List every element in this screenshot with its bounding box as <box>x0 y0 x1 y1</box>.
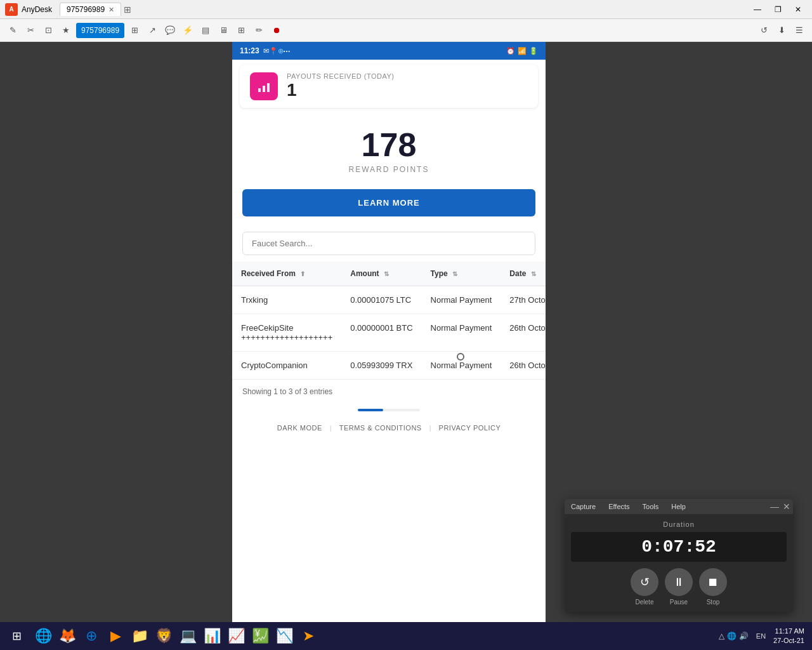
taskbar-icons: 🌐 🦊 ⊕ ▶ 📁 🦁 💻 📊 📈 💹 📉 ➤ <box>32 625 320 647</box>
toolbar-icon-5[interactable]: ⊞ <box>127 23 142 38</box>
download-icon[interactable]: ⬇ <box>774 23 789 38</box>
status-dots: ••• <box>284 48 291 54</box>
col-type[interactable]: Type ⇅ <box>422 262 501 286</box>
start-button[interactable]: ⊞ <box>3 625 30 647</box>
history-icon[interactable]: ↺ <box>756 23 771 38</box>
table-row: CryptoCompanion 0.05993099 TRX Normal Pa… <box>232 352 546 380</box>
toolbar-icon-3[interactable]: ⊡ <box>41 23 56 38</box>
app-icon: ⊕ <box>278 47 284 55</box>
cell-amount-1: 0.00000001 BTC <box>341 314 421 352</box>
wifi-icon: 📶 <box>518 47 527 55</box>
toolbar-tab-active[interactable]: 975796989 <box>76 23 124 38</box>
pause-icon[interactable]: ⏸ <box>665 568 693 596</box>
cell-source-0: Trxking <box>232 286 341 314</box>
maximize-button[interactable]: ❐ <box>769 3 787 17</box>
reward-section: 178 REWARD POINTS <box>232 113 546 180</box>
sort-icon-amount: ⇅ <box>384 270 389 277</box>
cell-source-2: CryptoCompanion <box>232 352 341 380</box>
showing-entries: Showing 1 to 3 of 3 entries <box>232 380 546 404</box>
new-tab-icon[interactable]: ⊞ <box>124 4 131 15</box>
taskbar-brave-icon[interactable]: 🦁 <box>152 625 175 647</box>
network-icon[interactable]: 🌐 <box>727 632 737 640</box>
sort-icon-date: ⇅ <box>531 270 536 277</box>
taskbar-ie-icon[interactable]: 🌐 <box>32 625 55 647</box>
battery-icon: 🔋 <box>529 47 538 55</box>
capture-close-button[interactable]: ✕ <box>783 501 790 512</box>
learn-more-button[interactable]: LEARN MORE <box>242 189 535 216</box>
clock-date: 27-Oct-21 <box>773 636 804 646</box>
taskbar-fox-icon[interactable]: 🦊 <box>56 625 79 647</box>
privacy-link[interactable]: PRIVACY POLICY <box>439 424 501 432</box>
tab-close-icon[interactable]: ✕ <box>108 6 114 14</box>
anydesk-titlebar: A AnyDesk 975796989 ✕ ⊞ — ❐ ✕ <box>0 0 812 19</box>
taskbar-anydesk-icon[interactable]: 💻 <box>176 625 199 647</box>
col-date[interactable]: Date ⇅ <box>501 262 546 286</box>
capture-menu-help[interactable]: Help <box>665 499 692 514</box>
cell-source-1: FreeCekipSite +++++++++++++++++++ <box>232 314 341 352</box>
capture-menu-tools[interactable]: Tools <box>636 499 665 514</box>
table-row: FreeCekipSite +++++++++++++++++++ 0.0000… <box>232 314 546 352</box>
mobile-content[interactable]: PAYOUTS RECEIVED (TODAY) 1 178 REWARD PO… <box>232 60 546 650</box>
terms-link[interactable]: TERMS & CONDITIONS <box>339 424 422 432</box>
toolbar-icon-6[interactable]: ↗ <box>145 23 160 38</box>
anydesk-tab[interactable]: 975796989 ✕ <box>60 3 121 16</box>
tab-connection-id: 975796989 <box>67 5 105 14</box>
toolbar-icon-9[interactable]: ▤ <box>198 23 213 38</box>
clock-time: 11:17 AM <box>773 627 804 636</box>
taskbar-edge-icon[interactable]: ⊕ <box>80 625 103 647</box>
stop-icon[interactable]: ⏹ <box>699 568 727 596</box>
taskbar-red1-icon[interactable]: 💹 <box>249 625 272 647</box>
toolbar-icon-11[interactable]: ⊞ <box>233 23 249 38</box>
taskbar-red2-icon[interactable]: 📉 <box>273 625 296 647</box>
mobile-frame: 11:23 ✉ 📍 ⊕ ••• ⏰ 📶 🔋 <box>232 42 546 650</box>
tray-icon-1[interactable]: △ <box>719 632 724 640</box>
cell-type-0: Normal Payment <box>422 286 501 314</box>
capture-minimize-button[interactable]: — <box>770 501 779 512</box>
location-icon: 📍 <box>269 47 278 55</box>
faucet-search-input[interactable] <box>242 232 535 255</box>
table-row: Trxking 0.00001075 LTC Normal Payment 27… <box>232 286 546 314</box>
taskbar-arrow-icon[interactable]: ➤ <box>297 625 320 647</box>
cell-type-2: Normal Payment <box>422 352 501 380</box>
delete-button-group: ↺ Delete <box>631 568 658 606</box>
minimize-button[interactable]: — <box>749 3 766 17</box>
table-header: Received From ⬆ Amount ⇅ Type ⇅ Date ⇅ <box>232 262 546 286</box>
capture-menu-effects[interactable]: Effects <box>602 499 636 514</box>
stop-label: Stop <box>707 599 720 606</box>
col-amount[interactable]: Amount ⇅ <box>341 262 421 286</box>
payouts-info: PAYOUTS RECEIVED (TODAY) 1 <box>287 72 395 100</box>
close-button[interactable]: ✕ <box>789 3 807 17</box>
toolbar-icon-10[interactable]: 🖥 <box>216 23 231 38</box>
status-right-icons: ⏰ 📶 🔋 <box>506 47 538 55</box>
cell-amount-0: 0.00001075 LTC <box>341 286 421 314</box>
svg-rect-2 <box>267 83 270 92</box>
capture-menu-capture[interactable]: Capture <box>565 499 602 514</box>
delete-icon[interactable]: ↺ <box>631 568 658 596</box>
toolbar-icon-8[interactable]: ⚡ <box>180 23 195 38</box>
taskbar-chart-icon[interactable]: 📈 <box>225 625 247 647</box>
sort-icon-type: ⇅ <box>452 270 457 277</box>
toolbar-icon-13[interactable]: ⏺ <box>269 23 284 38</box>
cell-date-2: 26th October, 2021 <box>501 352 546 380</box>
toolbar-icon-2[interactable]: ✂ <box>23 23 38 38</box>
dark-mode-link[interactable]: DARK MODE <box>277 424 322 432</box>
taskbar-green-icon[interactable]: 📊 <box>200 625 223 647</box>
capture-controls: ↺ Delete ⏸ Pause ⏹ Stop <box>571 568 787 606</box>
toolbar-icon-7[interactable]: 💬 <box>162 23 178 38</box>
payouts-count: 1 <box>287 80 395 100</box>
toolbar-icon-1[interactable]: ✎ <box>5 23 20 38</box>
cell-type-1: Normal Payment <box>422 314 501 352</box>
svg-rect-1 <box>263 86 265 92</box>
volume-icon[interactable]: 🔊 <box>739 632 749 640</box>
taskbar-sys-icons: △ 🌐 🔊 <box>719 632 749 640</box>
taskbar-media-icon[interactable]: ▶ <box>104 625 127 647</box>
toolbar-icon-4[interactable]: ★ <box>58 23 74 38</box>
pause-label: Pause <box>670 599 688 606</box>
toolbar-icon-12[interactable]: ✏ <box>251 23 266 38</box>
scroll-indicator <box>358 409 421 411</box>
footer-sep-1: | <box>330 424 332 432</box>
taskbar-explorer-icon[interactable]: 📁 <box>128 625 151 647</box>
menu-icon[interactable]: ☰ <box>792 23 807 38</box>
window-controls: — ❐ ✕ <box>749 3 807 17</box>
col-received-from[interactable]: Received From ⬆ <box>232 262 341 286</box>
